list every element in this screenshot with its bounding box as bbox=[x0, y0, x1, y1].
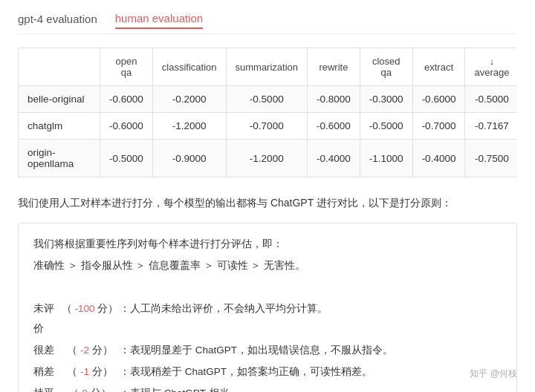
table-body: belle-original-0.6000-0.2000-0.5000-0.80… bbox=[19, 86, 518, 177]
cell-value: -0.5000 bbox=[465, 86, 517, 113]
col-header-classification: classification bbox=[152, 48, 226, 86]
score-level-label: 持平 bbox=[33, 383, 60, 392]
cell-value: -0.6000 bbox=[308, 113, 360, 140]
col-header-rewrite: rewrite bbox=[308, 48, 360, 86]
info-line1: 我们将根据重要性序列对每个样本进行打分评估，即： bbox=[33, 234, 502, 254]
info-box: 我们将根据重要性序列对每个样本进行打分评估，即： 准确性 ＞ 指令服从性 ＞ 信… bbox=[18, 223, 517, 392]
cell-value: -0.6000 bbox=[100, 86, 153, 113]
score-desc: ：人工尚未给出评价，不会纳入平均分计算。 bbox=[120, 298, 328, 318]
score-level-label: 未评价 bbox=[33, 298, 60, 339]
cell-value: -0.5000 bbox=[360, 113, 412, 140]
cell-value: -0.6000 bbox=[100, 113, 153, 140]
score-desc: ：表现与 ChatGPT 相当。 bbox=[120, 383, 240, 392]
cell-value: -0.7000 bbox=[412, 113, 465, 140]
score-value: （ -1 分） bbox=[60, 362, 120, 382]
cell-value: -0.4000 bbox=[308, 140, 360, 177]
cell-model: chatglm bbox=[19, 113, 100, 140]
cell-value: -0.7167 bbox=[465, 113, 517, 140]
cell-value: -1.2000 bbox=[152, 113, 226, 140]
score-row-item: 很差（ -2 分）：表现明显差于 ChatGPT，如出现错误信息，不服从指令。 bbox=[33, 340, 502, 360]
table-row: origin-openllama-0.5000-0.9000-1.2000-0.… bbox=[19, 140, 518, 177]
tab-human[interactable]: human evaluation bbox=[115, 12, 203, 29]
score-desc: ：表现明显差于 ChatGPT，如出现错误信息，不服从指令。 bbox=[120, 340, 393, 360]
col-header-closed-qa: closed qa bbox=[360, 48, 412, 86]
tab-gpt4[interactable]: gpt-4 evaluation bbox=[18, 13, 97, 28]
cell-value: -0.6000 bbox=[412, 86, 465, 113]
col-header-extract: extract bbox=[412, 48, 465, 86]
score-value: （ -100 分） bbox=[60, 298, 120, 318]
table-header-row: open qaclassificationsummarizationrewrit… bbox=[19, 48, 518, 86]
score-rows: 未评价（ -100 分）：人工尚未给出评价，不会纳入平均分计算。很差（ -2 分… bbox=[33, 298, 502, 392]
cell-value: -1.1000 bbox=[360, 140, 412, 177]
col-header-open-qa: open qa bbox=[100, 48, 153, 86]
score-value: （ -2 分） bbox=[60, 340, 120, 360]
tabs-bar: gpt-4 evaluation human evaluation bbox=[18, 12, 517, 34]
score-row-item: 未评价（ -100 分）：人工尚未给出评价，不会纳入平均分计算。 bbox=[33, 298, 502, 339]
cell-model: origin-openllama bbox=[19, 140, 100, 177]
table-row: belle-original-0.6000-0.2000-0.5000-0.80… bbox=[19, 86, 518, 113]
score-level-label: 稍差 bbox=[33, 362, 60, 382]
table-row: chatglm-0.6000-1.2000-0.7000-0.6000-0.50… bbox=[19, 113, 518, 140]
cell-model: belle-original bbox=[19, 86, 100, 113]
cell-value: -0.9000 bbox=[152, 140, 226, 177]
description-text: 我们使用人工对样本进行打分，每个模型的输出都将与 ChatGPT 进行对比，以下… bbox=[18, 194, 517, 212]
col-header-summarization: summarization bbox=[226, 48, 308, 86]
score-row-item: 持平（ 0 分）：表现与 ChatGPT 相当。 bbox=[33, 383, 502, 392]
cell-value: -0.2000 bbox=[152, 86, 226, 113]
watermark: 知乎 @何枝 bbox=[470, 368, 517, 380]
cell-value: -1.2000 bbox=[226, 140, 308, 177]
cell-value: -0.5000 bbox=[100, 140, 153, 177]
score-desc: ：表现稍差于 ChatGPT，如答案均正确，可读性稍差。 bbox=[120, 362, 372, 382]
score-value: （ 0 分） bbox=[60, 383, 120, 392]
score-row-item: 稍差（ -1 分）：表现稍差于 ChatGPT，如答案均正确，可读性稍差。 bbox=[33, 362, 502, 382]
score-level-label: 很差 bbox=[33, 340, 60, 360]
cell-value: -0.5000 bbox=[226, 86, 308, 113]
col-header-model bbox=[19, 48, 100, 86]
info-line2: 准确性 ＞ 指令服从性 ＞ 信息覆盖率 ＞ 可读性 ＞ 无害性。 bbox=[33, 255, 502, 275]
cell-value: -0.4000 bbox=[412, 140, 465, 177]
cell-value: -0.3000 bbox=[360, 86, 412, 113]
col-header-avg-average: ↓ average bbox=[465, 48, 517, 86]
evaluation-table: open qaclassificationsummarizationrewrit… bbox=[18, 48, 517, 177]
evaluation-table-wrap: open qaclassificationsummarizationrewrit… bbox=[18, 48, 517, 177]
cell-value: -0.8000 bbox=[308, 86, 360, 113]
cell-value: -0.7500 bbox=[465, 140, 517, 177]
cell-value: -0.7000 bbox=[226, 113, 308, 140]
